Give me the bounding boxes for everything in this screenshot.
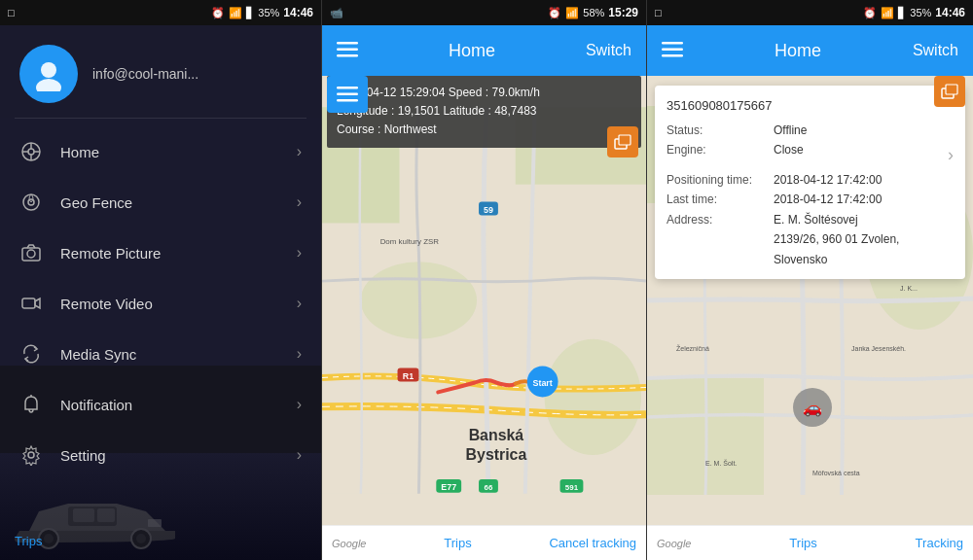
svg-text:Banská: Banská [469,427,524,443]
app-header-2: Home Switch [322,25,646,76]
status-value: Offline [774,121,954,140]
address-label: Address: [667,210,774,229]
remote-video-chevron: › [297,295,302,312]
sidebar-item-geofence[interactable]: Geo Fence › [0,177,321,228]
signal-icon: ▋ [246,7,254,19]
google-logo-3: Google [657,538,691,549]
svg-text:R1: R1 [403,371,414,381]
svg-text:Dom kultury ZSR: Dom kultury ZSR [380,237,440,246]
camera-icon [19,241,43,264]
home-icon [19,140,43,163]
active-tab-2 [327,76,368,113]
switch-button-2[interactable]: Switch [586,42,631,59]
sidebar-panel: □ ⏰ 📶 ▋ 35% 14:46 info@cool-mani... [0,0,321,560]
cancel-tracking-btn[interactable]: Cancel tracking [549,536,636,550]
sidebar-item-setting[interactable]: Setting › [0,430,321,480]
profile-email: info@cool-mani... [92,66,198,82]
last-time-label: Last time: [667,190,774,209]
svg-point-14 [28,452,34,458]
map-panel-2: 📹 ⏰ 📶 58% 15:29 Home Switch 2018-04 [321,0,647,560]
header-title-2: Home [358,41,586,61]
status-label: Status: [667,121,774,140]
status-bar-2: 📹 ⏰ 📶 58% 15:29 [322,0,646,25]
svg-text:Start: Start [532,378,552,388]
info-line3: Course : Northwest [337,121,631,139]
sb3-alarm-icon: ⏰ [863,7,877,19]
google-logo-2: Google [332,538,366,549]
notification-label: Notification [60,397,279,413]
video-icon [19,292,43,315]
map-panel-3: □ ⏰ 📶 ▋ 35% 14:46 Home Switch [647,0,973,560]
engine-arrow-icon[interactable]: › [948,140,954,170]
wifi-icon: 📶 [229,7,242,19]
svg-text:591: 591 [565,483,579,492]
remote-video-label: Remote Video [60,296,279,312]
svg-point-11 [27,250,35,258]
switch-button-3[interactable]: Switch [913,42,958,59]
svg-text:Bystrica: Bystrica [466,446,527,463]
svg-rect-55 [946,85,957,94]
sb2-alarm-icon: ⏰ [548,7,561,19]
svg-rect-52 [662,48,683,51]
notification-chevron: › [297,396,302,413]
map-3[interactable]: 351609080175667 Status: Offline Engine: … [647,76,973,525]
svg-text:Železničná: Železničná [676,344,709,352]
trips-link-2[interactable]: Trips [444,536,471,550]
engine-value: Close [774,140,944,159]
setting-chevron: › [297,446,302,464]
sync-icon [19,342,43,366]
sb3-time: 14:46 [935,6,965,19]
geofence-chevron: › [297,193,302,211]
geofence-label: Geo Fence [60,194,279,211]
sb3-battery-label: 35% [910,7,931,18]
device-id: 351609080175667 [667,95,954,117]
svg-text:Mófovská cesta: Mófovská cesta [812,470,860,476]
tracking-btn[interactable]: Tracking [916,536,963,550]
menu-list: Home › Geo Fence › Remot [0,119,321,560]
info-line1: 2018-04-12 15:29:04 Speed : 79.0km/h [337,84,631,102]
avatar [19,45,78,103]
svg-text:59: 59 [484,205,493,215]
remote-picture-label: Remote Picture [60,245,279,262]
svg-text:E. M. Šolt.: E. M. Šolt. [705,459,737,467]
trips-link-3[interactable]: Trips [789,536,816,550]
status-bar-1: □ ⏰ 📶 ▋ 35% 14:46 [0,0,321,25]
sb3-signal-icon: ▋ [898,7,906,19]
address-value: E. M. Šoltésovej 2139/26, 960 01 Zvolen,… [774,210,954,269]
svg-rect-28 [337,99,358,102]
engine-label: Engine: [667,140,774,159]
positioning-time-label: Positioning time: [667,170,774,190]
hamburger-icon-2[interactable] [337,40,358,62]
svg-rect-27 [337,93,358,96]
sidebar-item-media-sync[interactable]: Media Sync › [0,329,321,379]
home-chevron: › [297,143,302,160]
layer-toggle-btn-2[interactable] [607,126,638,158]
layer-toggle-btn-3[interactable] [934,76,965,107]
sidebar-item-remote-picture[interactable]: Remote Picture › [0,228,321,278]
sb2-battery-label: 58% [583,7,604,18]
sidebar-item-home[interactable]: Home › [0,126,321,177]
sb2-wifi-icon: 📶 [565,7,579,19]
sb3-wifi-icon: 📶 [881,7,894,19]
header-title-3: Home [683,41,913,61]
svg-rect-26 [337,87,358,89]
sidebar-item-remote-video[interactable]: Remote Video › [0,278,321,329]
svg-text:E77: E77 [441,482,456,492]
sb1-time: 14:46 [283,6,313,19]
media-sync-chevron: › [297,345,302,363]
status-bar-3: □ ⏰ 📶 ▋ 35% 14:46 [647,0,973,25]
alarm-icon: ⏰ [211,7,225,19]
device-info-card: 351609080175667 Status: Offline Engine: … [655,86,965,279]
bell-icon [19,393,43,416]
sb1-icons: ⏰ 📶 ▋ 35% 14:46 [211,6,313,19]
geofence-icon [19,191,43,214]
svg-rect-53 [662,54,683,57]
home-label: Home [60,144,279,160]
sidebar-item-notification[interactable]: Notification › [0,379,321,430]
svg-point-0 [41,62,56,78]
panel2-footer: Google Trips Cancel tracking [322,525,646,560]
media-sync-label: Media Sync [60,346,279,363]
svg-text:🚗: 🚗 [803,399,822,417]
svg-text:Janka Jesenskéh.: Janka Jesenskéh. [851,345,906,352]
hamburger-icon-3[interactable] [662,40,683,62]
